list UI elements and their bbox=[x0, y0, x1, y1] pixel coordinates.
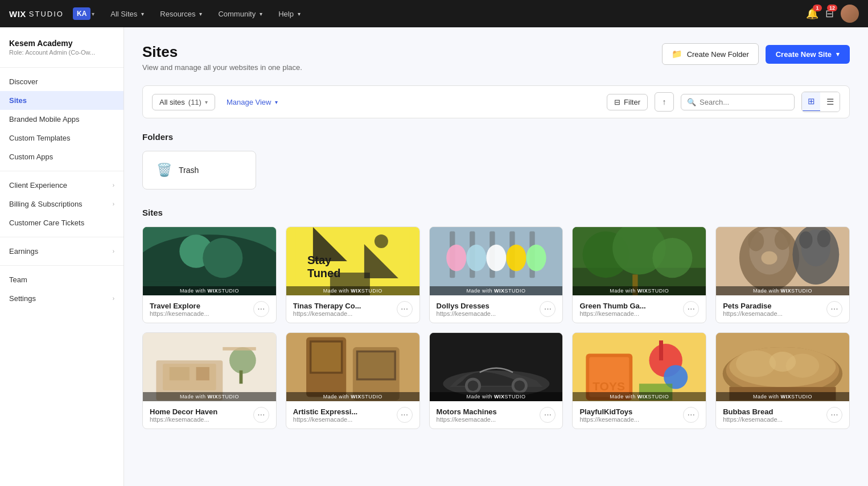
svg-point-44 bbox=[229, 347, 256, 374]
manage-view-button[interactable]: Manage View ▾ bbox=[222, 94, 283, 110]
wix-studio-badge: Made with WIXSTUDIO bbox=[716, 392, 849, 401]
site-info-text: Dollys Dresses https://kesemacade... bbox=[437, 302, 540, 317]
sidebar-item-custom-templates[interactable]: Custom Templates bbox=[0, 129, 124, 147]
site-menu-button[interactable]: ··· bbox=[540, 407, 556, 423]
list-view-button[interactable]: ☰ bbox=[820, 92, 840, 112]
create-new-site-button[interactable]: Create New Site ▾ bbox=[766, 45, 850, 64]
client-experience-chevron-icon: › bbox=[113, 182, 114, 188]
site-card-dollys-dresses[interactable]: Made with WIXSTUDIO Dollys Dresses https… bbox=[429, 226, 563, 323]
account-initials-badge[interactable]: KA bbox=[73, 7, 90, 20]
sidebar-item-sites[interactable]: Sites bbox=[0, 91, 124, 110]
svg-point-74 bbox=[770, 352, 796, 372]
sites-section-label: Sites bbox=[142, 208, 850, 217]
site-card-playfulkidtoys[interactable]: TOYS Made with WIXSTUDIO PlayfulKidToys bbox=[572, 332, 706, 429]
site-name: Pets Paradise bbox=[723, 302, 826, 310]
export-button[interactable]: ↑ bbox=[655, 92, 674, 112]
filter-button[interactable]: ⊟ Filter bbox=[607, 94, 648, 110]
site-menu-button[interactable]: ··· bbox=[683, 407, 699, 423]
user-avatar[interactable] bbox=[841, 5, 859, 23]
site-card-travel-explore[interactable]: Made with WIXSTUDIO Travel Explore https… bbox=[142, 226, 277, 323]
sidebar-item-settings[interactable]: Settings › bbox=[0, 289, 124, 308]
sidebar-item-custom-apps[interactable]: Custom Apps bbox=[0, 147, 124, 166]
site-info-text: Artistic Expressi... https://kesemacade.… bbox=[293, 407, 397, 423]
site-menu-button[interactable]: ··· bbox=[253, 301, 269, 317]
page-subtitle: View and manage all your websites in one… bbox=[142, 63, 302, 72]
site-menu-button[interactable]: ··· bbox=[253, 407, 269, 423]
create-new-folder-button[interactable]: 📁 Create New Folder bbox=[662, 43, 759, 65]
search-input[interactable] bbox=[700, 98, 788, 106]
site-card-motors-machines[interactable]: Made with WIXSTUDIO Motors Machines http… bbox=[429, 332, 563, 429]
topnav-help[interactable]: Help ▾ bbox=[271, 6, 307, 22]
site-thumbnail: Made with WIXSTUDIO bbox=[716, 333, 849, 401]
site-name: Travel Explore bbox=[150, 302, 253, 310]
site-thumbnail: Made with WIXSTUDIO bbox=[430, 333, 563, 401]
site-url: https://kesemacade... bbox=[437, 416, 540, 423]
folders-section: Folders 🗑️ Trash bbox=[142, 132, 850, 190]
site-card-bubbas-bread[interactable]: Made with WIXSTUDIO Bubbas Bread https:/… bbox=[715, 332, 850, 429]
wix-studio-badge: Made with WIXSTUDIO bbox=[716, 286, 849, 295]
sidebar-item-billing[interactable]: Billing & Subscriptions › bbox=[0, 195, 124, 213]
site-name: Bubbas Bread bbox=[723, 407, 826, 416]
svg-point-27 bbox=[653, 238, 693, 278]
topnav-resources[interactable]: Resources ▾ bbox=[153, 6, 209, 22]
site-thumbnail: Made with WIXSTUDIO bbox=[143, 333, 276, 401]
site-thumbnail: Made with WIXSTUDIO bbox=[573, 227, 706, 295]
svg-point-22 bbox=[526, 245, 546, 271]
site-info: PlayfulKidToys https://kesemacade... ··· bbox=[573, 401, 706, 429]
billing-chevron-icon: › bbox=[113, 201, 114, 207]
site-thumbnail: TOYS Made with WIXSTUDIO bbox=[573, 333, 706, 401]
notifications-button[interactable]: 🔔 1 bbox=[806, 7, 818, 20]
view-toggle: ⊞ ☰ bbox=[801, 92, 840, 112]
svg-rect-46 bbox=[223, 347, 256, 351]
site-menu-button[interactable]: ··· bbox=[540, 301, 556, 317]
logo-studio: STUDIO bbox=[29, 10, 64, 18]
site-info: Motors Machines https://kesemacade... ··… bbox=[430, 401, 563, 429]
svg-rect-43 bbox=[196, 367, 209, 380]
sidebar-item-customer-care[interactable]: Customer Care Tickets bbox=[0, 213, 124, 232]
sidebar-item-team[interactable]: Team bbox=[0, 270, 124, 289]
wix-studio-logo[interactable]: WIX STUDIO bbox=[9, 9, 64, 19]
site-card-home-decor[interactable]: Made with WIXSTUDIO Home Decor Haven htt… bbox=[142, 332, 277, 429]
wix-studio-badge: Made with WIXSTUDIO bbox=[143, 286, 276, 295]
svg-point-18 bbox=[446, 245, 466, 271]
all-sites-chevron-icon: ▾ bbox=[141, 11, 144, 17]
site-card-green-thumb[interactable]: Made with WIXSTUDIO Green Thumb Ga... ht… bbox=[572, 226, 706, 323]
messages-button[interactable]: ⊟ 12 bbox=[825, 7, 834, 20]
site-info-text: PlayfulKidToys https://kesemacade... bbox=[579, 407, 683, 423]
sidebar-item-earnings[interactable]: Earnings › bbox=[0, 242, 124, 261]
site-card-pets-paradise[interactable]: Made with WIXSTUDIO Pets Paradise https:… bbox=[715, 226, 850, 323]
site-name: Tinas Therapy Co... bbox=[293, 302, 397, 310]
svg-text:Stay: Stay bbox=[307, 254, 332, 266]
site-name: Dollys Dresses bbox=[437, 302, 540, 310]
site-info-text: Green Thumb Ga... https://kesemacade... bbox=[579, 302, 683, 317]
site-menu-button[interactable]: ··· bbox=[397, 301, 413, 317]
site-menu-button[interactable]: ··· bbox=[826, 301, 842, 317]
sidebar-item-branded-mobile[interactable]: Branded Mobile Apps bbox=[0, 110, 124, 129]
resources-chevron-icon: ▾ bbox=[199, 11, 202, 17]
svg-rect-42 bbox=[170, 367, 190, 380]
svg-point-32 bbox=[748, 231, 764, 251]
svg-point-20 bbox=[486, 245, 506, 271]
svg-point-59 bbox=[514, 380, 525, 391]
trash-icon: 🗑️ bbox=[157, 163, 172, 178]
all-sites-filter-button[interactable]: All sites (11) ▾ bbox=[152, 94, 215, 110]
folder-card-trash[interactable]: 🗑️ Trash bbox=[142, 151, 256, 190]
site-menu-button[interactable]: ··· bbox=[826, 407, 842, 423]
wix-studio-badge: Made with WIXSTUDIO bbox=[286, 286, 419, 295]
topnav-all-sites[interactable]: All Sites ▾ bbox=[104, 6, 151, 22]
create-site-chevron-icon: ▾ bbox=[836, 51, 840, 58]
site-menu-button[interactable]: ··· bbox=[397, 407, 413, 423]
site-card-artistic-expression[interactable]: Made with WIXSTUDIO Artistic Expressi...… bbox=[286, 332, 420, 429]
sidebar-item-discover[interactable]: Discover bbox=[0, 72, 124, 91]
site-card-tinas-therapy[interactable]: Stay Tuned Made with WIXSTUDIO Tinas The… bbox=[286, 226, 420, 323]
grid-view-button[interactable]: ⊞ bbox=[801, 92, 821, 111]
site-info: Tinas Therapy Co... https://kesemacade..… bbox=[286, 295, 419, 323]
account-chevron-icon[interactable]: ▾ bbox=[92, 11, 94, 17]
svg-point-3 bbox=[203, 238, 242, 278]
wix-studio-badge: Made with WIXSTUDIO bbox=[573, 392, 706, 401]
sidebar-item-client-experience[interactable]: Client Experience › bbox=[0, 176, 124, 195]
site-menu-button[interactable]: ··· bbox=[683, 301, 699, 317]
svg-point-57 bbox=[467, 380, 478, 391]
topnav-community[interactable]: Community ▾ bbox=[211, 6, 269, 22]
svg-point-37 bbox=[799, 231, 812, 248]
